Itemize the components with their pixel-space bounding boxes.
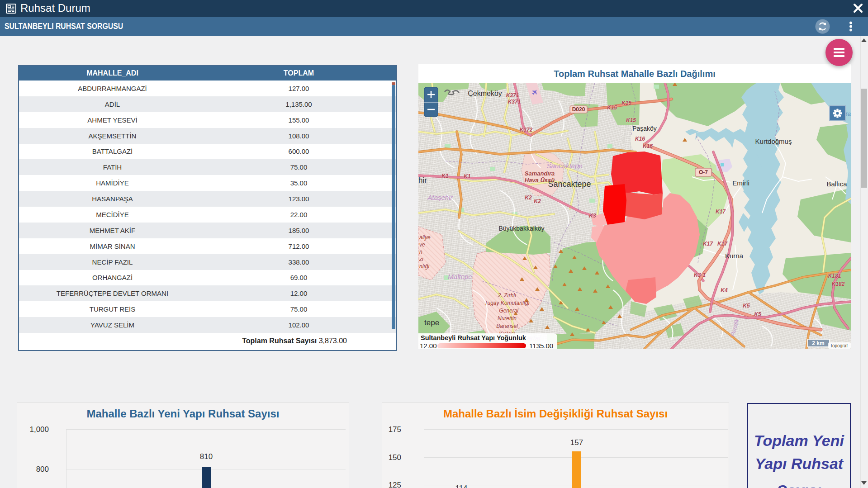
svg-text:K1: K1 [441,173,449,179]
svg-text:K371: K371 [506,92,519,99]
svg-text:Paşaköy: Paşaköy [632,125,657,132]
svg-text:K1: K1 [464,173,471,180]
svg-text:tepe: tepe [424,318,439,327]
svg-text:K2: K2 [525,194,532,201]
svg-text:K371: K371 [508,99,521,105]
svg-text:Hava Üssü: Hava Üssü [525,177,555,184]
svg-text:K15: K15 [607,104,617,111]
svg-text:K16: K16 [643,143,653,149]
svg-text:K15: K15 [621,100,631,106]
svg-text:Sancaktepe: Sancaktepe [546,162,582,170]
svg-text:nlığı: nlığı [419,263,430,270]
svg-text:O-7: O-7 [699,169,708,175]
svg-text:hir: hir [418,176,427,185]
svg-text:Çekmeköy: Çekmeköy [468,90,502,97]
svg-text:K15: K15 [626,117,636,123]
svg-text:Ballıca: Ballıca [826,180,847,188]
svg-text:K372: K372 [520,127,533,133]
svg-text:Maltepe: Maltepe [448,273,472,280]
svg-text:K4: K4 [721,287,728,294]
svg-text:K16: K16 [635,136,645,142]
svg-text:K3-1: K3-1 [694,272,706,278]
svg-text:2 km: 2 km [812,340,824,346]
svg-text:Nurettin: Nurettin [498,315,517,322]
svg-text:K17: K17 [717,241,728,247]
svg-text:1135.00: 1135.00 [529,342,553,349]
svg-text:- General: - General [496,308,518,314]
svg-text:K3: K3 [589,213,596,219]
svg-text:Ataşehir: Ataşehir [427,194,453,201]
svg-text:K17: K17 [703,241,713,247]
svg-text:12.00: 12.00 [420,342,437,349]
svg-text:D020: D020 [572,106,585,113]
svg-text:Tugay Komutanlığı: Tugay Komutanlığı [484,300,530,306]
svg-text:Kurtdoğmuş: Kurtdoğmuş [755,137,792,145]
svg-text:Baransel: Baransel [496,323,518,329]
svg-text:K181: K181 [828,273,841,279]
svg-text:zi: zi [419,256,423,262]
svg-text:K5: K5 [754,311,761,317]
svg-text:Sultanbeyli Ruhsat Yapı Yoğunl: Sultanbeyli Ruhsat Yapı Yoğunluk [421,334,526,341]
svg-text:2. Zırhlı: 2. Zırhlı [498,292,517,298]
svg-text:K2: K2 [534,198,541,204]
svg-text:Emirli: Emirli [732,179,749,187]
svg-text:K182: K182 [832,281,845,287]
svg-text:n: n [419,249,422,255]
svg-text:Topoğraf: Topoğraf [830,343,848,348]
svg-text:K17: K17 [716,208,726,215]
svg-text:aliye: aliye [419,234,431,241]
svg-text:Samandıra: Samandıra [525,170,555,177]
svg-text:Büyükbakkalköy: Büyükbakkalköy [498,225,544,232]
svg-text:ve: ve [419,242,425,248]
svg-text:K5: K5 [743,303,750,309]
svg-text:Kurna: Kurna [725,252,744,260]
